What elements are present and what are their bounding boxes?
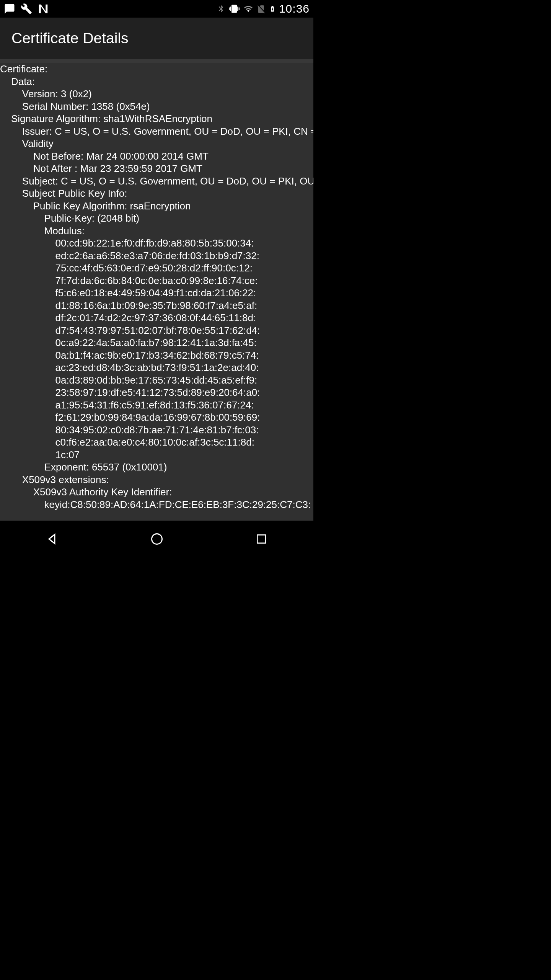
app-area: Certificate Details Certificate: Data: V… <box>0 18 313 521</box>
svg-rect-1 <box>257 535 265 543</box>
nav-bar <box>0 521 313 557</box>
status-right: 10:36 <box>217 2 310 15</box>
n-icon <box>37 3 49 15</box>
bluetooth-icon <box>217 3 225 14</box>
page-title: Certificate Details <box>11 30 129 47</box>
status-left <box>4 3 49 15</box>
vibrate-icon <box>228 3 240 14</box>
certificate-text: Certificate: Data: Version: 3 (0x2) Seri… <box>0 63 313 511</box>
back-button[interactable] <box>29 528 75 550</box>
certificate-content[interactable]: Certificate: Data: Version: 3 (0x2) Seri… <box>0 63 313 521</box>
home-button[interactable] <box>134 528 180 550</box>
screen: 10:36 Certificate Details Certificate: D… <box>0 0 313 557</box>
svg-point-0 <box>152 534 162 544</box>
header: Certificate Details <box>0 18 313 59</box>
wifi-icon <box>243 4 254 13</box>
status-bar: 10:36 <box>0 0 313 18</box>
battery-charging-icon <box>269 3 276 15</box>
clock: 10:36 <box>279 2 310 15</box>
no-sim-icon <box>257 3 266 14</box>
header-divider <box>0 59 313 63</box>
message-icon <box>4 3 15 15</box>
wrench-icon <box>21 3 32 15</box>
recent-button[interactable] <box>238 528 284 550</box>
